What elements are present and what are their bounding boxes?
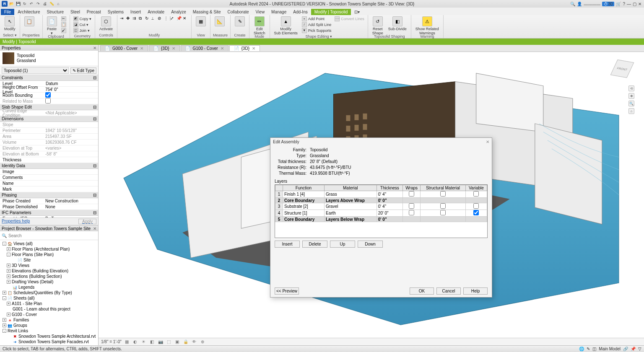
add-point-button[interactable]: •Add Point [301, 16, 332, 21]
search-icon[interactable]: 🔍 [570, 2, 575, 6]
view-tab[interactable]: 📄G100 - Cover✕ [181, 45, 229, 51]
property-category[interactable]: IFC Parameters⊟ [0, 210, 98, 216]
var-checkbox[interactable] [473, 191, 479, 197]
modify-tool-button[interactable]: ↖Modify [3, 16, 17, 31]
user-icon[interactable]: 👤 [577, 2, 582, 6]
property-category[interactable]: Phasing⊟ [0, 192, 98, 198]
tree-expand-icon[interactable]: + [3, 318, 6, 322]
editable-icon[interactable]: ✎ [587, 347, 590, 351]
tree-item[interactable]: 📊Legends [0, 285, 98, 290]
material-cell[interactable]: Earth [324, 210, 377, 217]
tree-expand-icon[interactable]: - [3, 329, 6, 333]
view-tab[interactable]: 📄{3D}✕ [229, 45, 260, 51]
view-tab-close-icon[interactable]: ✕ [252, 46, 255, 51]
thickness-cell[interactable]: 0' 0" [377, 217, 402, 222]
structural-cell[interactable] [421, 198, 466, 203]
reset-shape-button[interactable]: ↺Reset Shape [371, 16, 385, 36]
tree-expand-icon[interactable]: + [3, 291, 6, 295]
property-checkbox[interactable] [45, 98, 51, 104]
property-value[interactable]: <varies> [44, 146, 98, 150]
thickness-cell[interactable]: 20' 0" [377, 210, 402, 217]
property-row[interactable]: Comments [0, 175, 98, 181]
property-row[interactable]: Name [0, 181, 98, 186]
layers-row[interactable]: 5Core BoundaryLayers Below Wrap0' 0" [275, 217, 487, 222]
tree-expand-icon[interactable]: + [7, 274, 10, 278]
edit-type-button[interactable]: ✎ Edit Type [70, 67, 96, 74]
app-icon[interactable]: R [2, 1, 8, 7]
cancel-button[interactable]: Cancel [436, 287, 461, 295]
ribbon-tab[interactable]: Steel [67, 9, 83, 15]
property-row[interactable]: Area215497.33 SF [0, 134, 98, 140]
struct-checkbox[interactable] [440, 203, 446, 209]
tree-item[interactable]: +3D Views [0, 263, 98, 268]
create-button[interactable]: ✎ [233, 16, 247, 27]
layers-row[interactable]: 2Core BoundaryLayers Above Wrap0' 0" [275, 198, 487, 203]
wraps-cell[interactable] [403, 217, 421, 222]
sun-path-icon[interactable]: ☀ [141, 339, 147, 345]
mirror-icon[interactable]: ⧉ [139, 16, 145, 22]
ribbon-tab[interactable]: Annotate [144, 9, 168, 15]
insert-button[interactable]: Insert [275, 241, 300, 248]
cart-icon[interactable]: 🛒 [616, 2, 621, 6]
ribbon-tab[interactable]: Massing & Site [190, 9, 224, 15]
layers-column-header[interactable] [275, 185, 283, 191]
property-checkbox[interactable] [45, 92, 51, 98]
tree-item[interactable]: ✖Snowdon Towers Sample Architectural.rvt [0, 334, 98, 339]
struct-checkbox[interactable] [440, 191, 446, 197]
property-value[interactable] [44, 92, 98, 98]
property-value[interactable]: -58' 8" [44, 152, 98, 156]
function-cell[interactable]: Finish 1 [4] [283, 191, 325, 198]
shadows-icon[interactable]: ◧ [149, 339, 155, 345]
layers-column-header[interactable]: Thickness [377, 185, 402, 191]
view-tab-close-icon[interactable]: ✕ [140, 46, 143, 51]
structural-cell[interactable] [421, 210, 466, 217]
thickness-cell[interactable]: 0' 4" [377, 203, 402, 210]
tree-expand-icon[interactable]: + [7, 302, 10, 305]
property-row[interactable]: Phase CreatedNew Construction [0, 198, 98, 204]
ribbon-tab[interactable]: Architecture [14, 9, 43, 15]
layers-column-header[interactable]: Material [324, 185, 377, 191]
activate-button[interactable]: ⬡Activate [98, 16, 114, 31]
properties-close-icon[interactable]: ✕ [93, 46, 96, 50]
property-row[interactable]: Phase DemolishedNone [0, 204, 98, 210]
layers-row[interactable]: 4Structure [1]Earth20' 0" [275, 210, 487, 217]
layers-row[interactable]: 3Substrate [2]Gravel0' 4" [275, 203, 487, 210]
view-tab[interactable]: 📄{3D}✕ [149, 45, 179, 51]
trial-badge[interactable]: ⏱30 [602, 2, 614, 6]
tree-expand-icon[interactable]: - [7, 253, 10, 256]
scale-icon[interactable]: ⤢ [170, 16, 176, 22]
thickness-cell[interactable]: 0' 0" [377, 198, 402, 203]
add-split-line-button[interactable]: /Add Split Line [301, 22, 332, 27]
tree-item[interactable]: -Revit Links [0, 328, 98, 334]
array-icon[interactable]: ⋮⋮ [164, 16, 170, 22]
move-icon[interactable]: ✥ [126, 16, 132, 22]
layers-column-header[interactable]: Structural Material [421, 185, 466, 191]
tree-item[interactable]: +A101 - Site Plan [0, 301, 98, 306]
wraps-cell[interactable] [403, 191, 421, 198]
nav-orbit-icon[interactable]: ⟲ [628, 85, 634, 91]
view-tab[interactable]: 📄G000 - Cover✕ [100, 45, 148, 51]
layers-column-header[interactable]: Variable [465, 185, 487, 191]
ribbon-tab[interactable]: File [1, 9, 14, 15]
rotate-icon[interactable]: ↻ [145, 16, 151, 22]
property-row[interactable]: Image [0, 169, 98, 175]
property-value[interactable] [44, 81, 98, 86]
tree-item[interactable]: +G100 - Cover [0, 312, 98, 317]
help-icon[interactable]: ? [623, 2, 625, 6]
join-button[interactable]: ◫Join ▾ [73, 28, 93, 33]
property-row[interactable]: Elevation at Bottom-58' 8" [0, 151, 98, 157]
lock-icon[interactable]: 🔒 [183, 339, 189, 345]
preview-button[interactable]: << Preview [275, 287, 299, 295]
function-cell[interactable]: Core Boundary [283, 198, 325, 203]
qat-undo-icon[interactable]: ↶ [29, 1, 34, 7]
delete-icon[interactable]: ✕ [183, 16, 189, 22]
cope-button[interactable]: ◩Copy ▾ [73, 16, 93, 21]
tree-item[interactable]: +Elevations (Building Elevation) [0, 268, 98, 274]
dialog-close-icon[interactable]: ✕ [486, 140, 489, 144]
show-warnings-button[interactable]: ⚠Show Related Warnings [414, 16, 441, 36]
ribbon-tab[interactable]: Add-Ins [290, 9, 311, 15]
maximize-icon[interactable]: ▢ [633, 2, 636, 6]
material-cell[interactable]: Layers Below Wrap [324, 217, 377, 222]
temp-hide-icon[interactable]: 👁 [191, 339, 197, 345]
structural-cell[interactable] [421, 203, 466, 210]
